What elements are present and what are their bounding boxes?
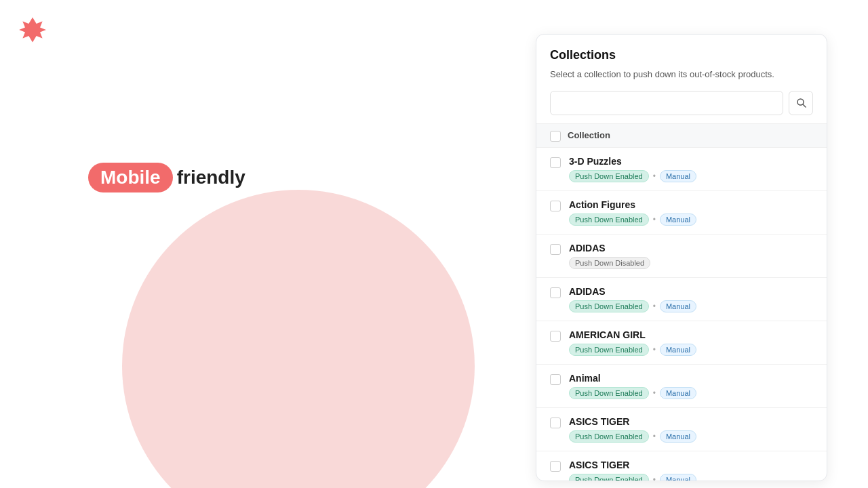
item-content: Animal Push Down Enabled•Manual xyxy=(569,373,813,399)
status-tag: Push Down Enabled xyxy=(569,214,649,226)
list-item: 3-D Puzzles Push Down Enabled•Manual xyxy=(536,148,827,191)
item-content: Action Figures Push Down Enabled•Manual xyxy=(569,199,813,226)
item-checkbox[interactable] xyxy=(550,374,561,385)
item-name: ADIDAS xyxy=(569,243,813,253)
dot-separator: • xyxy=(653,432,656,441)
item-checkbox[interactable] xyxy=(550,331,561,342)
dot-separator: • xyxy=(653,215,656,224)
collection-header-label: Collection xyxy=(568,130,610,140)
item-tags: Push Down Enabled•Manual xyxy=(569,214,813,226)
tagline-mobile: Mobile xyxy=(88,163,173,192)
item-tags: Push Down Disabled xyxy=(569,257,813,269)
item-checkbox[interactable] xyxy=(550,157,561,168)
item-name: AMERICAN GIRL xyxy=(569,329,813,340)
logo xyxy=(16,14,49,49)
status-tag: Push Down Enabled xyxy=(569,474,649,481)
list-item: Animal Push Down Enabled•Manual xyxy=(536,365,827,408)
item-name: ASICS TIGER xyxy=(569,460,813,470)
status-tag: Push Down Enabled xyxy=(569,387,649,399)
item-name: Animal xyxy=(569,373,813,384)
item-content: ADIDAS Push Down Enabled•Manual xyxy=(569,286,813,312)
svg-line-1 xyxy=(803,104,806,107)
manual-tag: Manual xyxy=(660,387,696,399)
status-tag: Push Down Enabled xyxy=(569,300,649,312)
list-item: ADIDAS Push Down Enabled•Manual xyxy=(536,278,827,321)
manual-tag: Manual xyxy=(660,430,696,443)
item-checkbox[interactable] xyxy=(550,201,561,211)
status-tag: Push Down Disabled xyxy=(569,257,650,269)
item-tags: Push Down Enabled•Manual xyxy=(569,430,813,443)
item-name: ASICS TIGER xyxy=(569,416,813,427)
item-tags: Push Down Enabled•Manual xyxy=(569,300,813,312)
manual-tag: Manual xyxy=(660,214,696,226)
list-item: AMERICAN GIRL Push Down Enabled•Manual xyxy=(536,321,827,365)
item-content: ASICS TIGER Push Down Enabled•Manual xyxy=(569,460,813,481)
search-icon xyxy=(796,98,806,108)
search-input[interactable] xyxy=(550,91,783,115)
collection-list: 3-D Puzzles Push Down Enabled•Manual Act… xyxy=(536,148,827,481)
item-checkbox[interactable] xyxy=(550,287,561,298)
item-content: AMERICAN GIRL Push Down Enabled•Manual xyxy=(569,329,813,356)
status-tag: Push Down Enabled xyxy=(569,170,649,182)
list-item: ASICS TIGER Push Down Enabled•Manual xyxy=(536,451,827,481)
panel-header: Collections Select a collection to push … xyxy=(536,35,827,91)
tagline-friendly: friendly xyxy=(177,167,245,188)
manual-tag: Manual xyxy=(660,474,696,481)
item-content: ASICS TIGER Push Down Enabled•Manual xyxy=(569,416,813,443)
dot-separator: • xyxy=(653,388,656,398)
search-button[interactable] xyxy=(789,91,813,115)
item-name: Action Figures xyxy=(569,199,813,210)
list-item: Action Figures Push Down Enabled•Manual xyxy=(536,191,827,235)
item-name: ADIDAS xyxy=(569,286,813,297)
status-tag: Push Down Enabled xyxy=(569,430,649,443)
item-checkbox[interactable] xyxy=(550,244,561,255)
manual-tag: Manual xyxy=(660,170,696,182)
dot-separator: • xyxy=(653,345,656,354)
panel-description: Select a collection to push down its out… xyxy=(550,68,813,81)
item-tags: Push Down Enabled•Manual xyxy=(569,474,813,481)
panel-title: Collections xyxy=(550,48,813,62)
dot-separator: • xyxy=(653,475,656,481)
item-tags: Push Down Enabled•Manual xyxy=(569,344,813,356)
manual-tag: Manual xyxy=(660,344,696,356)
item-tags: Push Down Enabled•Manual xyxy=(569,387,813,399)
select-all-checkbox[interactable] xyxy=(550,131,561,142)
status-tag: Push Down Enabled xyxy=(569,344,649,356)
item-content: ADIDAS Push Down Disabled xyxy=(569,243,813,269)
manual-tag: Manual xyxy=(660,300,696,312)
collection-table-header: Collection xyxy=(536,123,827,148)
background-blob xyxy=(122,190,475,488)
collections-panel: Collections Select a collection to push … xyxy=(536,34,827,481)
list-item: ADIDAS Push Down Disabled xyxy=(536,235,827,278)
item-content: 3-D Puzzles Push Down Enabled•Manual xyxy=(569,156,813,182)
item-checkbox[interactable] xyxy=(550,461,561,472)
search-row xyxy=(536,91,827,123)
item-name: 3-D Puzzles xyxy=(569,156,813,167)
item-tags: Push Down Enabled•Manual xyxy=(569,170,813,182)
dot-separator: • xyxy=(653,302,656,311)
item-checkbox[interactable] xyxy=(550,418,561,428)
tagline: Mobile friendly xyxy=(88,163,245,192)
list-item: ASICS TIGER Push Down Enabled•Manual xyxy=(536,408,827,451)
dot-separator: • xyxy=(653,171,656,181)
